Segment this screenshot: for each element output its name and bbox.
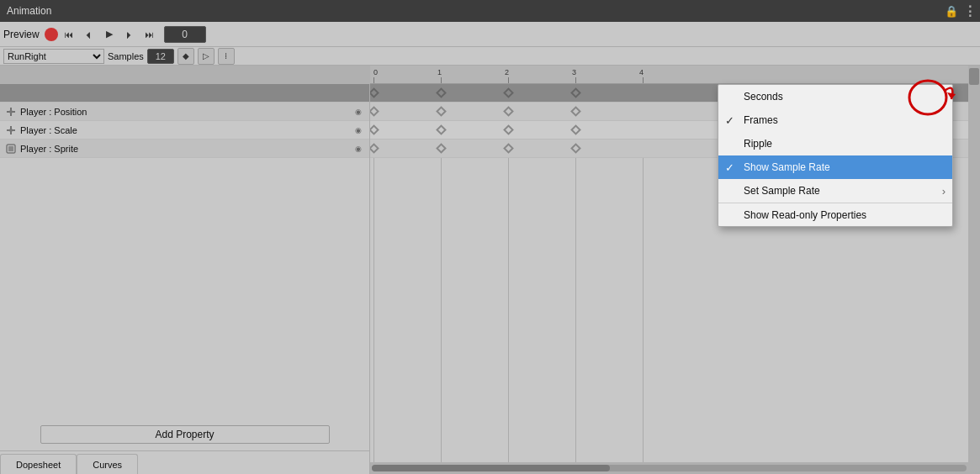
timeline-ruler: 0 1 2 3 4 [370, 66, 968, 84]
tick-0 [373, 77, 374, 84]
property-row-position[interactable]: Player : Position ◉ [0, 103, 369, 121]
dropdown-label-set-sample-rate: Set Sample Rate [744, 185, 820, 197]
svg-point-0 [9, 110, 13, 113]
sprite-kf-0[interactable] [370, 143, 379, 154]
dropdown-item-ripple[interactable]: Ripple [718, 132, 952, 155]
tick-4 [643, 77, 644, 84]
sprite-link-icon: ◉ [352, 143, 364, 155]
tick-1 [441, 77, 442, 84]
sprite-kf-3[interactable] [570, 143, 581, 154]
time-input[interactable] [164, 26, 206, 43]
timeline-options-button[interactable]: ⁞ [218, 48, 235, 65]
header-kf-0[interactable] [370, 87, 379, 98]
scale-label: Player : Scale [20, 125, 352, 135]
right-scrollbar[interactable] [968, 66, 980, 474]
dropdown-label-ripple: Ripple [744, 138, 772, 150]
scale-kf-3[interactable] [570, 124, 581, 135]
frames-check-icon: ✓ [725, 114, 734, 127]
ruler-mark-2: 2 [505, 68, 509, 76]
samples-label: Samples [108, 51, 144, 61]
dropdown-label-frames: Frames [744, 114, 778, 126]
skip-to-end-button[interactable]: ⏭ [140, 25, 159, 44]
svg-rect-3 [8, 146, 13, 151]
dropdown-label-seconds: Seconds [744, 91, 783, 103]
ruler-mark-3: 3 [572, 68, 576, 76]
position-icon [5, 106, 17, 118]
header-kf-3[interactable] [570, 87, 581, 98]
samples-input[interactable] [147, 49, 174, 64]
scrollbar-v-thumb[interactable] [969, 68, 979, 85]
play-button[interactable]: ▶ [100, 25, 119, 44]
next-frame-button[interactable]: ⏵ [120, 25, 139, 44]
sprite-label: Player : Sprite [20, 144, 352, 154]
lock-icon[interactable]: 🔒 [945, 5, 958, 18]
menu-dots-icon[interactable]: ⋮ [963, 3, 977, 19]
set-sample-rate-arrow-icon: › [942, 185, 946, 198]
pos-kf-2[interactable] [503, 106, 514, 117]
tick-3 [575, 77, 576, 84]
prop-ruler [0, 66, 370, 84]
properties-list: Player : Position ◉ Player : Scale ◉ [0, 103, 369, 261]
empty-properties-area [0, 261, 369, 419]
svg-point-1 [9, 129, 13, 132]
ruler-mark-4: 4 [639, 68, 644, 76]
sprite-kf-1[interactable] [436, 143, 447, 154]
sprite-icon [5, 143, 17, 155]
sprite-kf-2[interactable] [503, 143, 514, 154]
dropdown-item-show-sample-rate[interactable]: ✓ Show Sample Rate [718, 155, 952, 179]
title-bar-icons: 🔒 ⋮ [945, 3, 977, 19]
pos-kf-0[interactable] [370, 106, 379, 117]
add-property-button[interactable]: Add Property [40, 425, 330, 444]
show-sample-rate-check-icon: ✓ [725, 161, 734, 174]
dropdown-item-set-sample-rate[interactable]: Set Sample Rate › [718, 179, 952, 203]
pos-kf-3[interactable] [570, 106, 581, 117]
scrollbar-thumb[interactable] [372, 465, 610, 471]
ruler-mark-1: 1 [437, 68, 442, 76]
tab-curves[interactable]: Curves [77, 454, 138, 474]
tick-2 [508, 77, 509, 84]
header-kf-1[interactable] [436, 87, 447, 98]
toolbar: Preview ⏮ ⏴ ▶ ⏵ ⏭ [0, 22, 980, 47]
dropdown-item-frames[interactable]: ✓ Frames [718, 108, 952, 132]
scrollbar-track[interactable] [372, 465, 967, 471]
title-bar: Animation 🔒 ⋮ [0, 0, 980, 22]
position-label: Player : Position [20, 107, 352, 117]
dropdown-label-show-sample-rate: Show Sample Rate [744, 161, 830, 173]
header-kf-2[interactable] [503, 87, 514, 98]
properties-panel: Player : Position ◉ Player : Scale ◉ [0, 66, 370, 474]
clip-row: RunRight Samples ◆ ▷ ⁞ [0, 47, 980, 66]
clip-select[interactable]: RunRight [3, 49, 104, 64]
dropdown-item-seconds[interactable]: Seconds [718, 85, 952, 108]
pos-kf-1[interactable] [436, 106, 447, 117]
animation-panel: Animation 🔒 ⋮ Preview ⏮ ⏴ ▶ ⏵ ⏭ RunRight… [0, 0, 980, 474]
main-content: Player : Position ◉ Player : Scale ◉ [0, 66, 980, 474]
ruler-mark-0: 0 [373, 68, 378, 76]
bottom-tabs: Dopesheet Curves [0, 450, 369, 474]
scale-kf-0[interactable] [370, 124, 379, 135]
property-row-sprite[interactable]: Player : Sprite ◉ [0, 140, 369, 158]
scale-icon [5, 124, 17, 136]
scale-link-icon: ◉ [352, 124, 364, 136]
property-row-scale[interactable]: Player : Scale ◉ [0, 121, 369, 140]
timeline-panel: 0 1 2 3 4 [370, 66, 968, 474]
add-event-button[interactable]: ▷ [198, 48, 215, 65]
panel-title: Animation [7, 5, 51, 17]
scale-kf-2[interactable] [503, 124, 514, 135]
dropdown-label-show-readonly: Show Read-only Properties [744, 209, 866, 221]
dropdown-item-show-readonly[interactable]: Show Read-only Properties [718, 203, 952, 226]
preview-label: Preview [3, 29, 40, 40]
scale-kf-1[interactable] [436, 124, 447, 135]
prev-frame-button[interactable]: ⏴ [80, 25, 98, 44]
skip-to-start-button[interactable]: ⏮ [60, 25, 78, 44]
add-keyframe-button[interactable]: ◆ [177, 48, 194, 65]
record-button[interactable] [45, 28, 58, 41]
tab-dopesheet[interactable]: Dopesheet [0, 454, 77, 474]
keyframe-summary-row [0, 84, 369, 103]
position-link-icon: ◉ [352, 106, 364, 118]
dropdown-menu: Seconds ✓ Frames Ripple ✓ Show Sample Ra… [718, 84, 953, 227]
timeline-scrollbar-h[interactable] [370, 462, 968, 474]
